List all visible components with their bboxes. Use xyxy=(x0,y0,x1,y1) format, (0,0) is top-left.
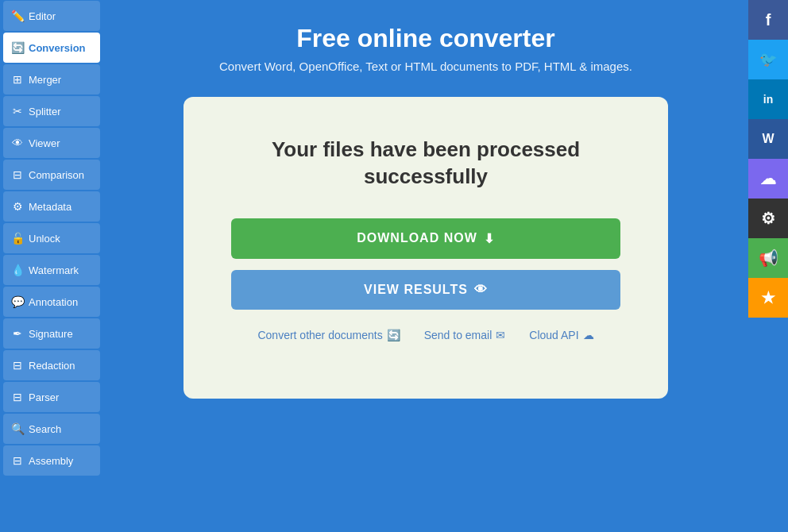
eye-icon: 👁 xyxy=(474,283,488,297)
linkedin-button[interactable]: in xyxy=(748,79,788,119)
sidebar-item-search[interactable]: 🔍 Search xyxy=(3,414,100,444)
assembly-icon: ⊟ xyxy=(11,454,24,467)
sidebar-label-unlock: Unlock xyxy=(29,233,60,245)
annotation-icon: 💬 xyxy=(11,295,24,308)
github-icon: ⚙ xyxy=(761,209,775,228)
megaphone-button[interactable]: 📢 xyxy=(748,238,788,278)
sidebar-item-annotation[interactable]: 💬 Annotation xyxy=(3,287,100,317)
sidebar-item-parser[interactable]: ⊟ Parser xyxy=(3,382,100,412)
sidebar-label-conversion: Conversion xyxy=(29,42,86,54)
sidebar-label-comparison: Comparison xyxy=(29,169,84,181)
conversion-icon: 🔄 xyxy=(11,41,24,54)
cloud-api-label: Cloud API xyxy=(529,329,578,341)
sidebar: ✏️ Editor 🔄 Conversion ⊞ Merger ✂ Splitt… xyxy=(0,0,103,532)
sidebar-item-comparison[interactable]: ⊟ Comparison xyxy=(3,160,100,190)
send-email-label: Send to email xyxy=(424,329,492,341)
refresh-icon: 🔄 xyxy=(387,329,400,341)
watermark-icon: 💧 xyxy=(11,264,24,276)
twitter-icon: 🐦 xyxy=(759,51,777,68)
sidebar-label-viewer: Viewer xyxy=(29,137,60,149)
star-icon: ★ xyxy=(761,288,775,307)
parser-icon: ⊟ xyxy=(11,391,24,403)
convert-other-link[interactable]: Convert other documents 🔄 xyxy=(257,329,400,341)
download-icon: ⬇ xyxy=(484,231,495,246)
megaphone-icon: 📢 xyxy=(759,249,778,268)
convert-other-label: Convert other documents xyxy=(257,329,382,341)
cloud-icon: ☁ xyxy=(583,329,594,341)
sidebar-item-redaction[interactable]: ⊟ Redaction xyxy=(3,350,100,380)
sidebar-label-redaction: Redaction xyxy=(29,360,75,372)
github-button[interactable]: ⚙ xyxy=(748,199,788,238)
redaction-icon: ⊟ xyxy=(11,359,24,372)
search-icon: 🔍 xyxy=(11,422,24,435)
email-icon: ✉ xyxy=(496,329,505,341)
download-label: DOWNLOAD NOW xyxy=(357,231,477,245)
sidebar-label-watermark: Watermark xyxy=(29,264,79,276)
splitter-icon: ✂ xyxy=(11,105,24,118)
page-subtitle: Convert Word, OpenOffice, Text or HTML d… xyxy=(219,60,632,73)
facebook-icon: f xyxy=(766,11,771,29)
sidebar-item-metadata[interactable]: ⚙ Metadata xyxy=(3,191,100,222)
sidebar-label-splitter: Splitter xyxy=(29,106,60,118)
cloud-api-link[interactable]: Cloud API ☁ xyxy=(529,329,593,341)
cloud-button[interactable]: ☁ xyxy=(748,159,788,199)
viewer-icon: 👁 xyxy=(11,137,24,149)
page-title: Free online converter xyxy=(296,24,554,53)
download-now-button[interactable]: DOWNLOAD NOW ⬇ xyxy=(231,218,620,259)
merger-icon: ⊞ xyxy=(11,73,24,86)
results-label: VIEW RESULTS xyxy=(364,283,468,297)
result-card: Your files have been processed successfu… xyxy=(183,97,668,399)
sidebar-item-signature[interactable]: ✒ Signature xyxy=(3,318,100,349)
sidebar-item-unlock[interactable]: 🔓 Unlock xyxy=(3,223,100,253)
metadata-icon: ⚙ xyxy=(11,200,24,213)
sidebar-label-search: Search xyxy=(29,423,61,435)
success-message: Your files have been processed successfu… xyxy=(231,137,620,191)
twitter-button[interactable]: 🐦 xyxy=(748,40,788,79)
facebook-button[interactable]: f xyxy=(748,0,788,40)
sidebar-label-annotation: Annotation xyxy=(29,296,78,308)
sidebar-item-viewer[interactable]: 👁 Viewer xyxy=(3,128,100,158)
word-button[interactable]: W xyxy=(748,119,788,159)
star-button[interactable]: ★ xyxy=(748,278,788,318)
comparison-icon: ⊟ xyxy=(11,168,24,181)
sidebar-label-metadata: Metadata xyxy=(29,201,71,213)
view-results-button[interactable]: VIEW RESULTS 👁 xyxy=(231,270,620,310)
sidebar-item-merger[interactable]: ⊞ Merger xyxy=(3,64,100,94)
unlock-icon: 🔓 xyxy=(11,232,24,245)
sidebar-item-assembly[interactable]: ⊟ Assembly xyxy=(3,445,100,476)
sidebar-item-splitter[interactable]: ✂ Splitter xyxy=(3,96,100,126)
sidebar-item-conversion[interactable]: 🔄 Conversion xyxy=(3,33,100,63)
signature-icon: ✒ xyxy=(11,327,24,340)
sidebar-item-editor[interactable]: ✏️ Editor xyxy=(3,1,100,31)
send-email-link[interactable]: Send to email ✉ xyxy=(424,329,506,341)
social-bar: f 🐦 in W ☁ ⚙ 📢 ★ xyxy=(748,0,788,532)
sidebar-label-editor: Editor xyxy=(29,10,56,22)
sidebar-item-watermark[interactable]: 💧 Watermark xyxy=(3,255,100,285)
cloud-social-icon: ☁ xyxy=(760,169,776,188)
linkedin-icon: in xyxy=(763,93,773,106)
card-links: Convert other documents 🔄 Send to email … xyxy=(257,329,593,341)
sidebar-label-parser: Parser xyxy=(29,391,59,403)
word-icon: W xyxy=(762,132,774,146)
sidebar-label-merger: Merger xyxy=(29,74,61,86)
sidebar-label-signature: Signature xyxy=(29,328,73,340)
sidebar-label-assembly: Assembly xyxy=(29,455,73,467)
main-content: Free online converter Convert Word, Open… xyxy=(103,0,748,532)
editor-icon: ✏️ xyxy=(11,10,24,22)
